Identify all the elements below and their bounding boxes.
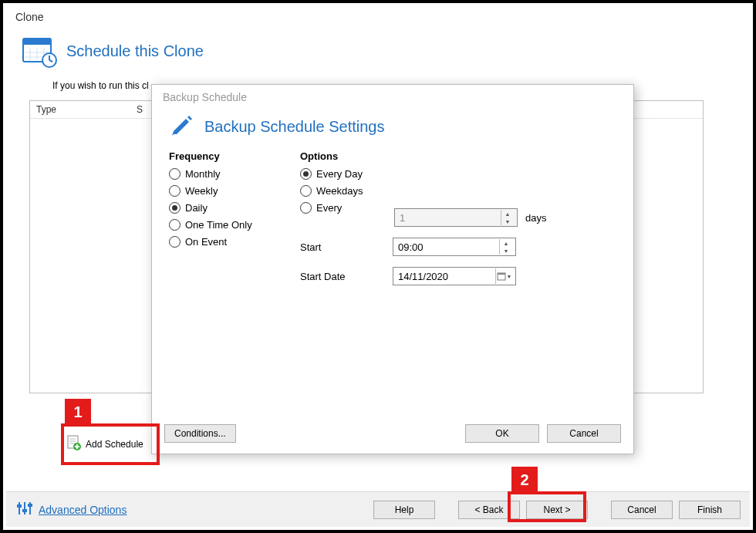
add-schedule-button[interactable]: Add Schedule [64,433,157,455]
every-n-input[interactable]: 1 ▲ ▼ [394,208,518,227]
document-plus-icon [67,435,81,453]
spinner-buttons[interactable]: ▲ ▼ [499,239,512,255]
radio-daily[interactable]: Daily [169,202,277,214]
ok-button[interactable]: OK [465,424,539,443]
radio-label: Weekly [185,185,218,197]
column-type[interactable]: Type [36,104,137,115]
start-time-input[interactable]: 09:00 ▲ ▼ [393,238,516,256]
chevron-down-icon[interactable]: ▼ [500,247,512,255]
radio-label: Daily [185,202,208,214]
start-date-input[interactable]: 14/11/2020 ▼ [393,267,516,285]
dialog-footer: Conditions... OK Cancel [152,417,633,454]
callout-number-1: 1 [65,399,91,425]
radio-icon [300,185,312,197]
svg-rect-21 [498,273,505,275]
radio-one-time[interactable]: One Time Only [169,219,277,231]
next-button[interactable]: Next > [526,501,588,519]
svg-marker-17 [174,119,189,134]
radio-monthly[interactable]: Monthly [169,168,277,180]
add-schedule-area: Add Schedule [64,433,157,465]
svg-rect-27 [28,504,32,507]
finish-button[interactable]: Finish [679,501,741,519]
svg-marker-19 [172,131,174,136]
radio-icon [300,168,312,180]
chevron-up-icon[interactable]: ▲ [501,210,514,218]
radio-icon [169,236,181,248]
calendar-icon [497,272,506,281]
radio-every-day[interactable]: Every Day [300,168,377,180]
advanced-options[interactable]: Advanced Options [15,500,367,519]
column-second[interactable]: S [137,104,143,115]
frequency-group: Frequency Monthly Weekly Daily One Time … [169,150,277,285]
chevron-down-icon[interactable]: ▼ [501,218,514,225]
dialog-heading-row: Backup Schedule Settings [169,113,616,141]
back-button[interactable]: < Back [458,501,520,519]
svg-rect-25 [22,509,27,512]
date-picker-button[interactable]: ▼ [495,268,512,284]
start-date-label: Start Date [300,271,393,282]
options-title: Options [300,150,546,162]
advanced-options-link[interactable]: Advanced Options [39,504,127,516]
radio-icon [300,202,312,214]
svg-rect-23 [17,504,22,508]
conditions-button[interactable]: Conditions... [164,424,236,443]
cancel-wizard-button[interactable]: Cancel [611,501,673,519]
add-schedule-label: Add Schedule [86,439,143,450]
page-header: Schedule this Clone [14,29,742,76]
radio-label: Every [316,202,342,214]
chevron-up-icon[interactable]: ▲ [500,239,512,247]
start-time-label: Start [300,241,393,253]
radio-on-event[interactable]: On Event [169,236,277,248]
chevron-down-icon: ▼ [507,274,512,279]
every-n-value: 1 [400,212,405,224]
window-title: Clone [14,9,742,29]
sliders-icon [15,500,32,519]
radio-label: Monthly [185,168,221,180]
page-title: Schedule this Clone [66,42,204,60]
radio-icon [169,202,181,214]
frequency-title: Frequency [169,150,277,162]
dialog-heading: Backup Schedule Settings [204,118,385,136]
svg-rect-1 [23,39,51,45]
radio-icon [169,168,181,180]
radio-icon [169,185,181,197]
radio-label: Weekdays [316,185,363,197]
start-time-value: 09:00 [398,241,424,253]
radio-label: One Time Only [185,219,252,231]
radio-weekly[interactable]: Weekly [169,185,277,197]
calendar-clock-icon [22,34,57,68]
radio-label: On Event [185,236,227,248]
radio-icon [169,219,181,231]
backup-schedule-dialog: Backup Schedule Backup Schedule Settings… [151,84,634,454]
svg-marker-18 [187,116,192,120]
callout-number-2: 2 [511,467,538,493]
help-button[interactable]: Help [373,501,435,519]
every-n-unit: days [525,212,546,224]
dialog-title: Backup Schedule [152,85,633,108]
options-group: Options Every Day Weekdays [300,150,546,285]
start-date-value: 14/11/2020 [398,271,448,282]
radio-label: Every Day [316,168,363,180]
radio-every-n[interactable]: Every [300,202,377,214]
spinner-buttons[interactable]: ▲ ▼ [501,210,514,225]
dialog-body: Backup Schedule Settings Frequency Month… [152,108,633,417]
pencil-icon [169,113,195,141]
radio-weekdays[interactable]: Weekdays [300,185,377,197]
wizard-footer: Advanced Options Help < Back Next > Canc… [6,491,750,527]
cancel-button[interactable]: Cancel [547,424,621,443]
